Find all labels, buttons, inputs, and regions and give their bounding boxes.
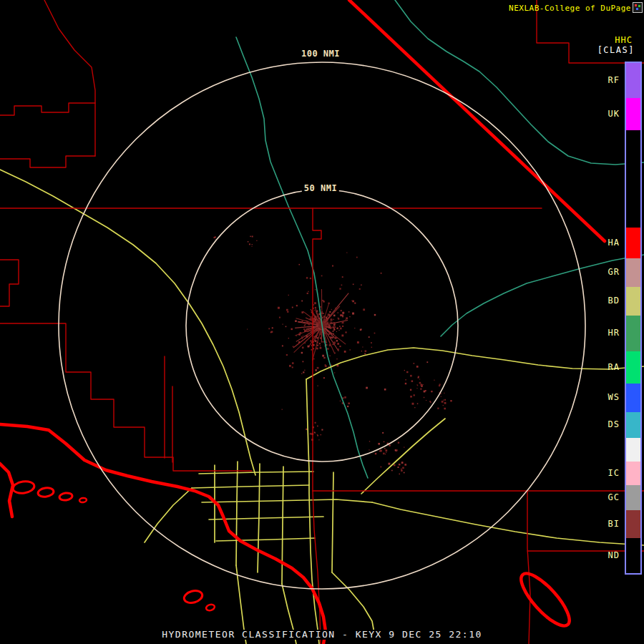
legend-segment [626, 98, 640, 130]
rivers-layer [236, 0, 644, 478]
red-outline-shape [12, 480, 35, 494]
river-line [395, 0, 644, 165]
legend-segment [626, 63, 640, 98]
legend-label-rf: RF [608, 75, 620, 85]
highway-line [372, 502, 644, 545]
legend-label-nd: ND [608, 550, 620, 560]
legend-label-ha: HA [608, 238, 620, 248]
legend-segment [626, 130, 640, 228]
highway-line [332, 472, 333, 572]
legend-segment [626, 510, 640, 538]
radar-echo-layer [214, 236, 452, 475]
highway-line [209, 517, 323, 519]
legend-segment [626, 228, 640, 258]
roads-layer [0, 170, 644, 644]
major-red-line [349, 0, 605, 241]
logo-pixel-green [638, 5, 640, 7]
highway-line [236, 462, 238, 565]
county-boundary-line [0, 103, 95, 115]
product-tag-label: [CLAS] [597, 46, 635, 55]
red-outline-shape [79, 497, 87, 502]
legend-segment [626, 316, 640, 351]
legend-label-uk: UK [608, 109, 620, 119]
range-ring-label: 50 NMI [302, 183, 339, 193]
product-code-label: HHC [615, 36, 633, 45]
legend-label-bi: BI [608, 519, 620, 529]
logo-pixel-blue [636, 8, 638, 10]
legend-label-ra: RA [608, 362, 620, 372]
county-boundary-line [527, 491, 530, 644]
legend-label-ic: IC [608, 468, 620, 478]
major-red-line [0, 464, 13, 517]
legend-segment [626, 462, 640, 485]
highway-line [216, 538, 315, 541]
range-ring-label: 100 NMI [299, 49, 342, 59]
legend-segment [626, 384, 640, 412]
highway-line [192, 485, 309, 488]
county-boundary-line [0, 260, 19, 306]
county-boundary-line [313, 208, 321, 491]
legend-segment [626, 287, 640, 316]
classification-color-scale [625, 62, 642, 575]
product-caption: HYDROMETEOR CLASSIFICATION - KEYX 9 DEC … [159, 630, 485, 640]
highway-line [145, 488, 192, 542]
legend-label-hr: HR [608, 328, 620, 338]
legend-label-bd: BD [608, 296, 620, 306]
radar-map-canvas [0, 0, 644, 644]
nexlab-logo-icon [633, 2, 643, 13]
river-line [236, 37, 368, 478]
radar-display: NEXLAB-College of DuPage HHC [CLAS] RFUK… [0, 0, 644, 644]
red-outline-shape [205, 604, 215, 612]
county-boundary-line [0, 156, 95, 167]
red-outline-shape [182, 589, 203, 605]
red-outline-shape [37, 487, 54, 498]
highway-line [199, 472, 313, 474]
logo-pixel-red [635, 4, 637, 6]
legend-label-ds: DS [608, 419, 620, 429]
legend-segment [626, 485, 640, 510]
legend-segment [626, 412, 640, 438]
red-outline-shape [514, 567, 577, 632]
legend-segment [626, 438, 640, 462]
highway-line [361, 419, 445, 494]
brand-title: NEXLAB-College of DuPage [509, 4, 631, 13]
legend-label-gc: GC [608, 492, 620, 502]
legend-label-gr: GR [608, 267, 620, 277]
highway-line [306, 348, 644, 379]
county-boundary-line [44, 0, 95, 156]
legend-segment [626, 351, 640, 384]
red-outline-shape [59, 492, 72, 501]
legend-segment [626, 258, 640, 287]
legend-segment [626, 538, 640, 573]
highway-line [202, 499, 372, 502]
highway-line [332, 572, 375, 637]
legend-label-ws: WS [608, 392, 620, 402]
highway-line [282, 467, 283, 584]
